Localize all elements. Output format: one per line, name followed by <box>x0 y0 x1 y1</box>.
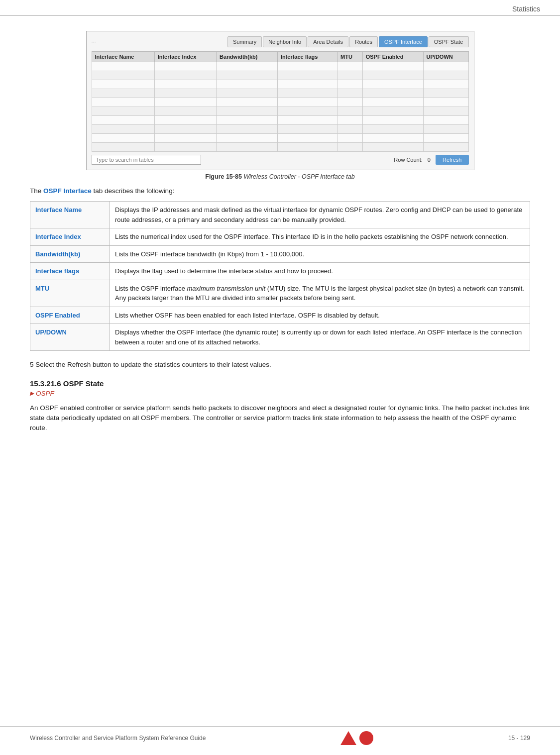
table-row <box>92 62 468 71</box>
refresh-button[interactable]: Refresh <box>436 155 469 165</box>
figure-caption: Figure 15-85 Wireless Controller - OSPF … <box>30 173 530 180</box>
page-content: ··· Summary Neighbor Info Area Details R… <box>0 16 560 468</box>
step5-prefix: 5 Select the <box>30 361 67 368</box>
step5-highlight: Refresh <box>67 361 91 368</box>
def-mtu: Lists the OSPF interface maximum transmi… <box>110 280 530 307</box>
section-heading-ospf-state: 15.3.21.6 OSPF State <box>30 379 530 388</box>
def-interface-index: Lists the numerical index used for the O… <box>110 228 530 246</box>
footer-left: Wireless Controller and Service Platform… <box>30 735 206 742</box>
desc-row-up-down: UP/DOWN Displays whether the OSPF interf… <box>30 324 530 351</box>
term-ospf-enabled: OSPF Enabled <box>30 307 110 324</box>
col-header-interface-flags: Interface flags <box>277 52 337 62</box>
logo-circle-icon <box>359 731 373 745</box>
row-count-value: 0 <box>428 157 431 163</box>
desc-row-interface-flags: Interface flags Displays the flag used t… <box>30 263 530 280</box>
table-footer: Row Count: 0 Refresh <box>92 155 469 165</box>
col-header-interface-name: Interface Name <box>92 52 154 62</box>
tab-routes[interactable]: Routes <box>349 36 378 47</box>
tab-ospf-interface[interactable]: OSPF Interface <box>379 36 428 47</box>
search-input[interactable] <box>92 155 201 165</box>
step5-paragraph: 5 Select the Refresh button to update th… <box>30 360 530 370</box>
tab-placeholder: ··· <box>92 39 96 45</box>
description-table: Interface Name Displays the IP addresses… <box>30 201 530 351</box>
ospf-link-label: OSPF <box>36 390 54 397</box>
col-header-bandwidth: Bandwidth(kb) <box>217 52 278 62</box>
table-row <box>92 116 468 125</box>
col-header-mtu: MTU <box>337 52 363 62</box>
col-header-ospf-enabled: OSPF Enabled <box>362 52 423 62</box>
table-row <box>92 80 468 89</box>
tab-area-details[interactable]: Area Details <box>308 36 348 47</box>
table-row <box>92 107 468 116</box>
row-count-label: Row Count: <box>394 157 422 163</box>
def-ospf-enabled: Lists whether OSPF has been enabled for … <box>110 307 530 324</box>
desc-row-interface-name: Interface Name Displays the IP addresses… <box>30 202 530 228</box>
def-interface-name: Displays the IP addresses and mask defin… <box>110 202 530 228</box>
row-count-area: Row Count: 0 Refresh <box>394 155 468 165</box>
page-footer: Wireless Controller and Service Platform… <box>0 726 560 745</box>
logo-triangle-icon <box>340 731 356 745</box>
term-mtu: MTU <box>30 280 110 307</box>
intro-text: The <box>30 187 43 195</box>
def-up-down: Displays whether the OSPF interface (the… <box>110 324 530 351</box>
table-row <box>92 143 468 152</box>
table-row <box>92 71 468 80</box>
figure-caption-text: Wireless Controller - OSPF Interface tab <box>243 173 354 180</box>
tab-bar: ··· Summary Neighbor Info Area Details R… <box>92 36 469 47</box>
page-header: Statistics <box>0 0 560 16</box>
step5-suffix: button to update the statistics counters… <box>91 361 271 368</box>
ospf-interface-table: Interface Name Interface Index Bandwidth… <box>92 51 469 152</box>
desc-row-bandwidth: Bandwidth(kb) Lists the OSPF interface b… <box>30 245 530 263</box>
def-interface-flags: Displays the flag used to determine the … <box>110 263 530 280</box>
footer-right: 15 - 129 <box>508 735 530 742</box>
term-interface-flags: Interface flags <box>30 263 110 280</box>
desc-row-interface-index: Interface Index Lists the numerical inde… <box>30 228 530 246</box>
def-bandwidth: Lists the OSPF interface bandwidth (in K… <box>110 245 530 263</box>
term-interface-index: Interface Index <box>30 228 110 246</box>
tab-ospf-state[interactable]: OSPF State <box>429 36 469 47</box>
ospf-link[interactable]: OSPF <box>30 390 530 397</box>
footer-logo <box>340 731 373 745</box>
table-row <box>92 89 468 98</box>
table-row <box>92 98 468 107</box>
term-bandwidth: Bandwidth(kb) <box>30 245 110 263</box>
intro-suffix: tab describes the following: <box>92 187 175 195</box>
figure-label: Figure 15-85 <box>205 173 242 180</box>
col-header-up-down: UP/DOWN <box>423 52 468 62</box>
desc-row-ospf-enabled: OSPF Enabled Lists whether OSPF has been… <box>30 307 530 324</box>
intro-paragraph: The OSPF Interface tab describes the fol… <box>30 186 530 196</box>
tab-summary[interactable]: Summary <box>227 36 262 47</box>
tab-neighbor-info[interactable]: Neighbor Info <box>263 36 307 47</box>
table-row <box>92 125 468 134</box>
intro-highlight: OSPF Interface <box>43 187 92 195</box>
col-header-interface-index: Interface Index <box>154 52 216 62</box>
table-row <box>92 134 468 143</box>
term-interface-name: Interface Name <box>30 202 110 228</box>
header-title: Statistics <box>512 5 540 13</box>
desc-row-mtu: MTU Lists the OSPF interface maximum tra… <box>30 280 530 307</box>
term-up-down: UP/DOWN <box>30 324 110 351</box>
screenshot-box: ··· Summary Neighbor Info Area Details R… <box>86 31 474 170</box>
body-paragraph: An OSPF enabled controller or service pl… <box>30 403 530 433</box>
